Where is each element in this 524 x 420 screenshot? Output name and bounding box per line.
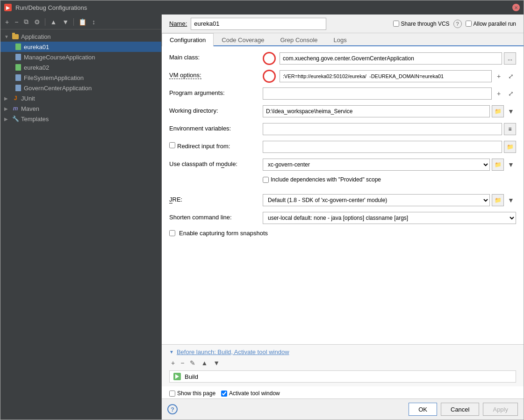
vm-options-row: VM options: + ⤢ [169, 70, 516, 83]
name-input[interactable] [191, 18, 326, 30]
redirect-input[interactable] [263, 141, 502, 153]
sidebar-item-label: Templates [21, 116, 49, 123]
bl-move-down-button[interactable]: ▼ [211, 358, 222, 368]
capture-label: Enable capturing form snapshots [179, 230, 268, 237]
sidebar-item-filesystem[interactable]: FileSystemApplication [0, 72, 161, 83]
move-down-button[interactable]: ▼ [60, 17, 71, 27]
env-vars-row: Environment variables: ≡ [169, 123, 516, 136]
tab-grep-console[interactable]: Grep Console [272, 33, 325, 46]
redirect-checkbox[interactable] [169, 142, 175, 148]
expand-icon: ▶ [4, 106, 11, 111]
app-icon: ▶ [4, 4, 12, 11]
module-control: xc-govern-center 📁 ▼ [263, 159, 516, 171]
main-class-input[interactable] [280, 52, 502, 65]
capture-row: Enable capturing form snapshots [169, 230, 516, 237]
module-row: Use classpath of module: xc-govern-cente… [169, 159, 516, 172]
vm-options-control: + ⤢ [263, 70, 516, 83]
build-label: Build [185, 373, 198, 380]
copy-config-button[interactable]: ⧉ [22, 17, 30, 27]
window-title: Run/Debug Configurations [15, 4, 512, 11]
redirect-control: 📁 [263, 141, 516, 153]
help-button[interactable]: ? [167, 404, 178, 414]
build-arrow-icon [175, 374, 179, 379]
jre-expand-button[interactable]: ▼ [506, 195, 516, 205]
sidebar-item-manage[interactable]: ManageCourseApplication [0, 52, 161, 62]
share-vcs-checkbox[interactable] [393, 21, 399, 27]
tab-configuration[interactable]: Configuration [162, 33, 214, 46]
before-launch-title[interactable]: Before launch: Build, Activate tool wind… [177, 348, 289, 355]
window-controls: ✕ [512, 4, 520, 11]
show-page-text: Show this page [177, 390, 215, 397]
working-dir-expand-button[interactable]: ▼ [506, 106, 516, 116]
bl-edit-button[interactable]: ✎ [188, 358, 197, 368]
main-class-browse-button[interactable]: ... [504, 52, 516, 65]
share-help-button[interactable]: ? [453, 20, 462, 28]
working-dir-input[interactable] [263, 105, 490, 117]
shorten-control: user-local default: none - java [options… [263, 212, 516, 224]
vm-options-external-button[interactable]: ⤢ [506, 71, 516, 81]
env-vars-input[interactable] [263, 123, 502, 135]
tab-logs[interactable]: Logs [326, 33, 355, 46]
run-debug-dialog: ▶ Run/Debug Configurations ✕ + − ⧉ ⚙ ▲ ▼… [0, 0, 524, 420]
sort-button[interactable]: ↕ [90, 17, 97, 27]
shorten-select[interactable]: user-local default: none - java [options… [263, 212, 516, 224]
activate-window-checkbox[interactable] [221, 391, 227, 397]
include-deps-checkbox[interactable] [263, 177, 269, 183]
include-deps-text: Include dependencies with "Provided" sco… [271, 176, 381, 183]
expand-icon: ▼ [4, 34, 11, 39]
sidebar-item-eureka02[interactable]: eureka02 [0, 62, 161, 72]
copy2-button[interactable]: 📋 [77, 17, 88, 27]
name-label: Name: [169, 20, 187, 27]
file-icon [14, 54, 22, 60]
sidebar-item-maven[interactable]: ▶ m Maven [0, 103, 161, 114]
jre-browse-button[interactable]: 📁 [492, 194, 504, 206]
dialog-footer: ? OK Cancel Apply [162, 398, 524, 420]
bl-remove-button[interactable]: − [179, 358, 186, 368]
close-button[interactable]: ✕ [512, 4, 520, 11]
ok-button[interactable]: OK [409, 403, 437, 416]
vm-options-expand-button[interactable]: + [494, 71, 504, 81]
program-args-expand-button[interactable]: + [494, 88, 504, 99]
module-select[interactable]: xc-govern-center [263, 159, 490, 171]
settings-button[interactable]: ⚙ [32, 17, 42, 27]
allow-parallel-checkbox[interactable] [466, 21, 472, 27]
include-deps-row: Include dependencies with "Provided" sco… [263, 176, 516, 189]
cancel-button[interactable]: Cancel [441, 403, 479, 416]
apply-button[interactable]: Apply [483, 403, 518, 416]
shorten-label: Shorten command line: [169, 212, 263, 221]
bl-move-up-button[interactable]: ▲ [199, 358, 209, 368]
right-panel: Name: Share through VCS ? Allow parallel… [162, 14, 524, 420]
sidebar-item-eureka01[interactable]: eureka01 [0, 42, 161, 52]
sidebar-item-templates[interactable]: ▶ 🔧 Templates [0, 114, 161, 124]
allow-parallel-label: Allow parallel run [466, 21, 516, 27]
module-browse-button[interactable]: 📁 [492, 159, 504, 171]
activate-window-text: Activate tool window [229, 390, 280, 397]
jre-label: JRE: [169, 194, 263, 203]
capture-checkbox[interactable] [169, 230, 175, 236]
sidebar-item-label: Maven [21, 105, 39, 112]
show-page-checkbox[interactable] [169, 391, 175, 397]
sidebar-item-label: eureka01 [24, 43, 49, 51]
redirect-browse-button[interactable]: 📁 [504, 141, 516, 153]
vm-options-input[interactable] [280, 70, 492, 82]
main-class-annotation [263, 52, 276, 65]
working-dir-browse-button[interactable]: 📁 [492, 105, 504, 117]
tab-code-coverage[interactable]: Code Coverage [214, 33, 272, 46]
sidebar-item-junit[interactable]: ▶ J JUnit [0, 93, 161, 103]
redirect-label: Redirect input from: [177, 141, 257, 150]
working-dir-control: 📁 ▼ [263, 105, 516, 117]
program-args-input[interactable] [263, 87, 492, 100]
toolbar-separator2 [73, 18, 74, 26]
sidebar-item-govern[interactable]: GovernCenterApplication [0, 83, 161, 93]
remove-config-button[interactable]: − [13, 17, 20, 27]
program-args-external-button[interactable]: ⤢ [506, 88, 516, 99]
add-config-button[interactable]: + [3, 17, 11, 27]
sidebar-item-application[interactable]: ▼ Application [0, 31, 161, 42]
sidebar-item-label: ManageCourseApplication [24, 54, 95, 61]
env-vars-browse-button[interactable]: ≡ [504, 123, 516, 135]
move-up-button[interactable]: ▲ [48, 17, 58, 27]
bl-add-button[interactable]: + [169, 358, 177, 368]
jre-select[interactable]: Default (1.8 - SDK of 'xc-govern-center'… [263, 194, 490, 206]
main-content: + − ⧉ ⚙ ▲ ▼ 📋 ↕ ▼ Application [0, 14, 524, 420]
module-expand-button[interactable]: ▼ [506, 159, 516, 170]
